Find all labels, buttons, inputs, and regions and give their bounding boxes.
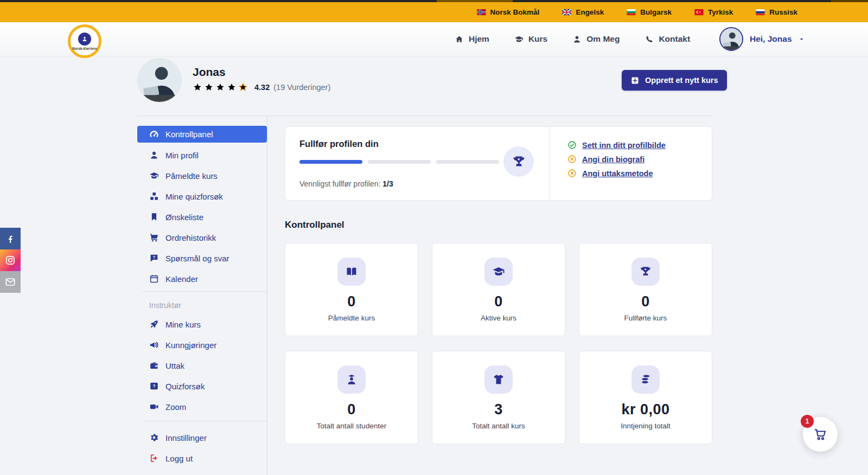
x-circle-icon <box>567 169 577 178</box>
sidebar-item-uttak[interactable]: Uttak <box>137 357 267 374</box>
language-bar: Norsk Bokmål Engelsk Bulgarsk Tyrkisk Ru… <box>0 2 868 22</box>
phone-icon <box>644 35 654 44</box>
language-option-tyrkisk[interactable]: Tyrkisk <box>694 8 733 16</box>
check-circle-icon <box>567 140 577 150</box>
stat-label: Totalt antall studenter <box>317 422 386 430</box>
icon-tile <box>337 365 366 394</box>
rating-row: 4.32 (19 Vurderinger) <box>193 82 330 92</box>
sidebar-item-min-profil[interactable]: Min profil <box>137 147 267 163</box>
graduation-cap-icon <box>514 35 524 44</box>
sidebar-item-label: Kunngjøringer <box>165 341 216 350</box>
checklist-item: Sett inn ditt profilbilde <box>567 140 712 150</box>
sidebar-item-label: Zoom <box>165 402 186 412</box>
language-option-bulgarsk[interactable]: Bulgarsk <box>627 8 672 16</box>
main-nav: Hjem Kurs Om Meg Kontakt <box>455 22 690 56</box>
sidebar-item-label: Ordrehistorikk <box>165 233 216 242</box>
sidebar-item-onskeliste[interactable]: Ønskeliste <box>137 209 267 225</box>
home-icon <box>455 35 464 44</box>
spacer <box>137 421 267 429</box>
cart-icon <box>149 233 159 242</box>
checklist-link-uttaksmetode[interactable]: Angi uttaksmetode <box>582 169 653 178</box>
site-logo[interactable]: Norsk-Karriere <box>68 24 101 58</box>
create-course-label: Opprett et nytt kurs <box>645 76 718 85</box>
completion-caption-text: Vennligst fullfør profilen: <box>299 179 380 188</box>
account-menu[interactable]: Hei, Jonas <box>719 22 805 56</box>
trophy-badge <box>503 146 534 177</box>
x-circle-icon <box>567 155 577 164</box>
progress-segment <box>299 160 362 164</box>
section-divider <box>137 115 712 116</box>
rating-count: (19 Vurderinger) <box>273 83 330 92</box>
icon-tile <box>337 258 366 286</box>
stat-value: kr 0,00 <box>621 401 669 418</box>
language-label: Tyrkisk <box>708 8 733 16</box>
sidebar-section-label: Instruktør <box>149 301 267 310</box>
sidebar-item-innstillinger[interactable]: Innstillinger <box>137 429 267 446</box>
book-open-icon <box>345 265 358 278</box>
sidebar-item-sporsmal-og-svar[interactable]: Spørsmål og svar <box>137 250 267 266</box>
trophy-icon <box>512 155 526 169</box>
sidebar-item-kunngjoringer[interactable]: Kunngjøringer <box>137 337 267 353</box>
checklist-item: Angi uttaksmetode <box>567 169 712 178</box>
stat-value: 0 <box>347 293 356 310</box>
sidebar-item-mine-kurs[interactable]: Mine kurs <box>137 316 267 332</box>
icon-tile <box>484 258 513 286</box>
completion-caption: Vennligst fullfør profilen: 1/3 <box>299 179 393 188</box>
stat-label: Fullførte kurs <box>624 314 667 322</box>
sidebar-item-kontrollpanel[interactable]: Kontrollpanel <box>137 126 267 143</box>
graduation-cap-icon <box>149 171 159 181</box>
megaphone-icon <box>149 340 159 350</box>
instagram-link[interactable] <box>0 249 21 271</box>
create-course-button[interactable]: Opprett et nytt kurs <box>622 70 727 91</box>
social-rail <box>0 228 21 293</box>
checklist-link-profilbilde[interactable]: Sett inn ditt profilbilde <box>582 141 666 150</box>
bookmark-icon <box>149 212 159 222</box>
completion-fraction: 1/3 <box>382 179 393 188</box>
star-icon <box>227 82 237 92</box>
sidebar-item-quizforsok[interactable]: Quizforsøk <box>137 378 267 394</box>
sidebar-item-kalender[interactable]: Kalender <box>137 271 267 287</box>
sidebar-item-label: Ønskeliste <box>165 213 203 222</box>
stat-card-totalt-kurs: 3 Totalt antall kurs <box>432 351 565 444</box>
student-icon <box>345 373 358 386</box>
sidebar-item-ordrehistorikk[interactable]: Ordrehistorikk <box>137 229 267 246</box>
nav-label: Kontakt <box>659 34 690 44</box>
cart-badge: 1 <box>801 415 814 428</box>
instagram-icon <box>5 255 16 266</box>
facebook-link[interactable] <box>0 228 21 249</box>
sidebar-item-pameldte-kurs[interactable]: Påmeldte kurs <box>137 168 267 184</box>
coins-icon <box>639 373 652 386</box>
sidebar-item-mine-quizforsok[interactable]: Mine quizforsøk <box>137 188 267 204</box>
star-outline-icon <box>238 82 248 92</box>
sidebar-item-label: Quizforsøk <box>165 382 205 391</box>
sidebar-divider <box>142 291 267 292</box>
stat-card-inntjening: kr 0,00 Inntjening totalt <box>579 351 712 444</box>
language-option-norsk-bokmal[interactable]: Norsk Bokmål <box>477 8 540 16</box>
nav-item-kontakt[interactable]: Kontakt <box>644 34 690 44</box>
checklist-link-biografi[interactable]: Angi din biografi <box>582 155 644 164</box>
nav-label: Kurs <box>528 34 547 44</box>
email-link[interactable] <box>0 271 21 293</box>
bulgaria-flag-icon <box>627 9 636 15</box>
language-option-russisk[interactable]: Russisk <box>756 8 797 16</box>
nav-item-hjem[interactable]: Hjem <box>455 34 489 44</box>
profile-completion-card: Fullfør profilen din Vennligst fullfør p… <box>285 126 712 201</box>
stat-cards-grid: 0 Påmeldte kurs 0 Aktive kurs 0 Fullført… <box>285 243 713 444</box>
nav-item-kurs[interactable]: Kurs <box>514 34 547 44</box>
nav-item-om-meg[interactable]: Om Meg <box>572 34 620 44</box>
sidebar-item-zoom[interactable]: Zoom <box>137 399 267 415</box>
language-label: Norsk Bokmål <box>490 8 540 16</box>
uk-flag-icon <box>562 9 571 15</box>
language-option-engelsk[interactable]: Engelsk <box>562 8 604 16</box>
language-label: Russisk <box>769 8 797 16</box>
graduation-cap-icon <box>492 265 505 278</box>
language-label: Engelsk <box>576 8 604 16</box>
stat-card-totalt-studenter: 0 Totalt antall studenter <box>285 351 418 444</box>
wallet-icon <box>149 361 159 370</box>
cart-button[interactable]: 1 <box>803 417 838 452</box>
sidebar-item-logg-ut[interactable]: Logg ut <box>137 450 267 466</box>
sidebar-item-label: Logg ut <box>165 454 193 463</box>
sidebar-item-label: Påmeldte kurs <box>165 171 218 181</box>
plus-square-icon <box>630 76 640 85</box>
blocks-icon <box>149 191 159 201</box>
